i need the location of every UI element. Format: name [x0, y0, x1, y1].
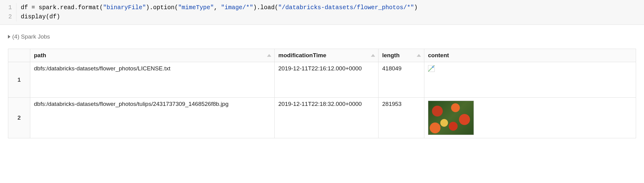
sort-icon[interactable]: [267, 54, 271, 57]
broken-image-icon: [428, 65, 435, 72]
header-rownum[interactable]: [8, 49, 30, 62]
table-row[interactable]: 2dbfs:/databricks-datasets/flower_photos…: [8, 98, 636, 138]
line-number-gutter: 12: [0, 3, 16, 21]
header-path-label: path: [34, 52, 46, 58]
sort-icon[interactable]: [371, 54, 375, 57]
code-line[interactable]: display(df): [21, 12, 418, 21]
code-token: ).option(: [146, 4, 178, 11]
code-cell[interactable]: 12 df = spark.read.format("binaryFile").…: [0, 0, 644, 25]
code-line[interactable]: df = spark.read.format("binaryFile").opt…: [21, 3, 418, 12]
header-path[interactable]: path: [30, 49, 275, 62]
header-modtime-label: modificationTime: [278, 52, 326, 58]
cell-length: 418049: [379, 62, 424, 98]
code-token: df: [21, 4, 31, 11]
code-token: "image/*": [221, 4, 253, 11]
sort-icon[interactable]: [417, 54, 421, 57]
cell-content: [424, 98, 636, 138]
cell-content: [424, 62, 636, 98]
table-row[interactable]: 1dbfs:/databricks-datasets/flower_photos…: [8, 62, 636, 98]
code-token: "mimeType": [178, 4, 214, 11]
row-index: 1: [8, 62, 30, 98]
table-body: 1dbfs:/databricks-datasets/flower_photos…: [8, 62, 636, 138]
header-content-label: content: [428, 52, 449, 58]
result-table: path modificationTime length content 1db…: [8, 49, 636, 138]
row-index: 2: [8, 98, 30, 138]
code-token: spark.read.format(: [39, 4, 103, 11]
spark-jobs-toggle[interactable]: (4) Spark Jobs: [8, 33, 50, 40]
spark-jobs-label: (4) Spark Jobs: [12, 33, 50, 40]
cell-output: (4) Spark Jobs path modificationTime len…: [0, 25, 644, 141]
header-content[interactable]: content: [424, 49, 636, 62]
header-length-label: length: [382, 52, 400, 58]
header-length[interactable]: length: [379, 49, 424, 62]
code-body[interactable]: df = spark.read.format("binaryFile").opt…: [16, 3, 418, 21]
caret-right-icon: [8, 35, 10, 39]
table-header-row: path modificationTime length content: [8, 49, 636, 62]
code-token: "/databricks-datasets/flower_photos/*": [278, 4, 414, 11]
cell-path: dbfs:/databricks-datasets/flower_photos/…: [30, 98, 275, 138]
code-token: ,: [214, 4, 221, 11]
code-token: ).load(: [253, 4, 278, 11]
cell-modificationtime: 2019-12-11T22:18:32.000+0000: [275, 98, 379, 138]
image-thumbnail[interactable]: [428, 101, 474, 135]
header-modificationtime[interactable]: modificationTime: [275, 49, 379, 62]
code-token: ): [414, 4, 418, 11]
line-number: 1: [0, 3, 12, 12]
line-number: 2: [0, 12, 12, 21]
code-token: =: [31, 4, 38, 11]
cell-modificationtime: 2019-12-11T22:16:12.000+0000: [275, 62, 379, 98]
code-token: display(df): [21, 13, 60, 20]
cell-length: 281953: [379, 98, 424, 138]
code-token: "binaryFile": [103, 4, 146, 11]
cell-path: dbfs:/databricks-datasets/flower_photos/…: [30, 62, 275, 98]
